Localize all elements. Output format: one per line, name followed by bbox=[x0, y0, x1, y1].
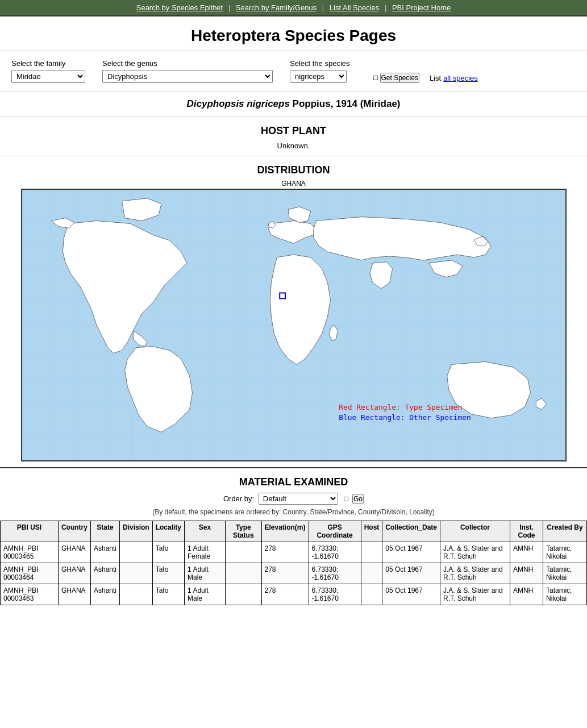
species-dropdown[interactable]: nigriceps bbox=[290, 70, 347, 83]
distribution-section: DISTRIBUTION GHANA GHANA bbox=[0, 156, 587, 468]
genus-select-group: Select the genus Dicyphopsis bbox=[102, 59, 273, 83]
table-cell: Tafo bbox=[152, 584, 184, 605]
nav-search-family[interactable]: Search by Family/Genus bbox=[236, 3, 317, 12]
table-cell: 1 Adult Male bbox=[185, 563, 226, 584]
table-cell: AMNH_PBI 00003465 bbox=[1, 542, 59, 563]
family-select-group: Select the family Miridae bbox=[11, 59, 85, 83]
table-cell: GHANA bbox=[58, 563, 90, 584]
table-cell: J.A. & S. Slater and R.T. Schuh bbox=[440, 584, 510, 605]
table-cell bbox=[225, 584, 261, 605]
col-elevation: Elevation(m) bbox=[261, 521, 309, 542]
map-svg: Red Rectangle: Type Specimen Blue Rectan… bbox=[22, 190, 565, 460]
col-created-by: Created By bbox=[543, 521, 587, 542]
page-title: Heteroptera Species Pages bbox=[0, 16, 587, 51]
order-by-row: Order by: Default Country State Locality… bbox=[0, 493, 587, 505]
species-label: Select the species bbox=[290, 59, 350, 68]
go-button[interactable]: Go bbox=[352, 494, 364, 504]
specimens-table: PBI USI Country State Division Locality … bbox=[0, 521, 587, 605]
table-cell: AMNH bbox=[510, 542, 543, 563]
table-cell: AMNH_PBI 00003464 bbox=[1, 563, 59, 584]
col-host: Host bbox=[361, 521, 382, 542]
all-species-link[interactable]: all species bbox=[443, 74, 478, 82]
go-checkbox-icon: ☐ bbox=[343, 496, 349, 502]
table-cell: J.A. & S. Slater and R.T. Schuh bbox=[440, 563, 510, 584]
table-cell: GHANA bbox=[58, 542, 90, 563]
distribution-map: GHANA bbox=[21, 189, 567, 461]
table-cell bbox=[225, 542, 261, 563]
host-plant-content: Unknown. bbox=[0, 142, 587, 150]
top-navigation: Search by Species Epithet | Search by Fa… bbox=[0, 0, 587, 16]
nav-pbi-home[interactable]: PBI Project Home bbox=[392, 3, 451, 12]
species-select-group: Select the species nigriceps bbox=[290, 59, 350, 83]
species-title: Dicyphopsis nigriceps Poppius, 1914 (Mir… bbox=[0, 91, 587, 117]
table-cell: 278 bbox=[261, 563, 309, 584]
table-cell: 6.73330; -1.61670 bbox=[309, 542, 361, 563]
table-cell: Ashanti bbox=[90, 563, 119, 584]
col-division: Division bbox=[119, 521, 152, 542]
table-cell bbox=[361, 542, 382, 563]
col-inst-code: Inst. Code bbox=[510, 521, 543, 542]
distribution-heading: DISTRIBUTION bbox=[0, 164, 587, 176]
table-cell: 1 Adult Female bbox=[185, 542, 226, 563]
col-gps: GPS Coordinate bbox=[309, 521, 361, 542]
table-cell: 05 Oct 1967 bbox=[382, 584, 440, 605]
action-buttons: ☐ Get Species List all species bbox=[373, 73, 478, 83]
table-cell: Tafo bbox=[152, 542, 184, 563]
table-cell: GHANA bbox=[58, 584, 90, 605]
nav-list-all[interactable]: List All Species bbox=[330, 3, 379, 12]
table-row: AMNH_PBI 00003465GHANAAshantiTafo1 Adult… bbox=[1, 542, 587, 563]
col-collector: Collector bbox=[440, 521, 510, 542]
table-cell: 6.73330; -1.61670 bbox=[309, 563, 361, 584]
material-examined-heading: MATERIAL EXAMINED bbox=[0, 476, 587, 488]
nav-search-species[interactable]: Search by Species Epithet bbox=[136, 3, 223, 12]
material-examined-section: MATERIAL EXAMINED Order by: Default Coun… bbox=[0, 468, 587, 613]
order-by-label: Order by: bbox=[223, 494, 254, 503]
get-species-button[interactable]: Get Species bbox=[380, 73, 419, 83]
table-cell: Tatarnic, Nikolai bbox=[543, 563, 587, 584]
table-cell: AMNH bbox=[510, 563, 543, 584]
genus-dropdown[interactable]: Dicyphopsis bbox=[102, 70, 273, 83]
table-cell: J.A. & S. Slater and R.T. Schuh bbox=[440, 542, 510, 563]
table-cell bbox=[225, 563, 261, 584]
table-cell bbox=[119, 542, 152, 563]
col-type-status: Type Status bbox=[225, 521, 261, 542]
col-country: Country bbox=[58, 521, 90, 542]
table-cell: AMNH_PBI 00003463 bbox=[1, 584, 59, 605]
order-by-dropdown[interactable]: Default Country State Locality Date bbox=[259, 493, 338, 505]
table-row: AMNH_PBI 00003463GHANAAshantiTafo1 Adult… bbox=[1, 584, 587, 605]
table-cell bbox=[119, 584, 152, 605]
table-cell bbox=[119, 563, 152, 584]
table-cell: Tatarnic, Nikolai bbox=[543, 584, 587, 605]
table-cell: 05 Oct 1967 bbox=[382, 563, 440, 584]
order-note: (By default, the specimens are ordered b… bbox=[0, 508, 587, 516]
family-dropdown[interactable]: Miridae bbox=[11, 70, 85, 83]
table-cell: Tafo bbox=[152, 563, 184, 584]
table-cell bbox=[361, 584, 382, 605]
table-cell: Ashanti bbox=[90, 584, 119, 605]
host-plant-section: HOST PLANT Unknown. bbox=[0, 117, 587, 156]
table-cell bbox=[361, 563, 382, 584]
table-row: AMNH_PBI 00003464GHANAAshantiTafo1 Adult… bbox=[1, 563, 587, 584]
svg-text:Blue Rectangle: Other Specimen: Blue Rectangle: Other Specimen bbox=[339, 413, 471, 422]
selection-area: Select the family Miridae Select the gen… bbox=[0, 51, 587, 91]
table-cell: 278 bbox=[261, 584, 309, 605]
table-cell: Tatarnic, Nikolai bbox=[543, 542, 587, 563]
table-cell: 05 Oct 1967 bbox=[382, 542, 440, 563]
list-label: List bbox=[430, 74, 441, 82]
table-cell: Ashanti bbox=[90, 542, 119, 563]
col-state: State bbox=[90, 521, 119, 542]
table-cell: 278 bbox=[261, 542, 309, 563]
genus-label: Select the genus bbox=[102, 59, 273, 68]
table-cell: 6.73330; -1.61670 bbox=[309, 584, 361, 605]
family-label: Select the family bbox=[11, 59, 85, 68]
col-locality: Locality bbox=[152, 521, 184, 542]
svg-text:Red Rectangle: Type Specimen: Red Rectangle: Type Specimen bbox=[339, 403, 462, 411]
col-collection-date: Collection_Date bbox=[382, 521, 440, 542]
host-plant-heading: HOST PLANT bbox=[0, 125, 587, 137]
table-cell: 1 Adult Male bbox=[185, 584, 226, 605]
get-species-checkbox-icon: ☐ bbox=[373, 74, 378, 82]
col-pbi-usi: PBI USI bbox=[1, 521, 59, 542]
table-cell: AMNH bbox=[510, 584, 543, 605]
map-location-label: GHANA bbox=[0, 180, 587, 188]
col-sex: Sex bbox=[185, 521, 226, 542]
